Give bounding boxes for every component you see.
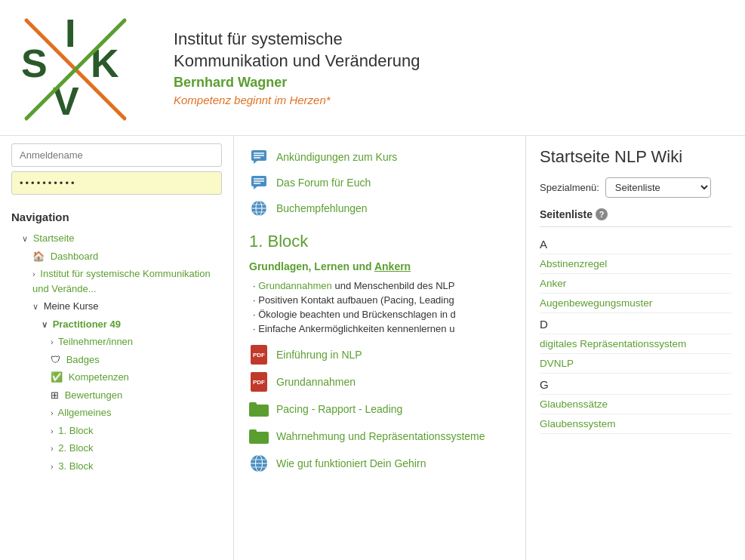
arrow-icon: ›: [51, 462, 54, 471]
nav-link-bewertungen[interactable]: Bewertungen: [65, 389, 123, 401]
forum-link-buch[interactable]: Buchempfehlungen: [276, 202, 368, 214]
logo-svg: S I K V: [15, 9, 136, 126]
nav-item-block1[interactable]: › 1. Block: [11, 422, 222, 440]
forum-icon: [249, 147, 269, 167]
resource-item-gehirn: Wie gut funktioniert Dein Gehirn: [249, 454, 510, 473]
center-content: Ankündigungen zum Kurs Das Forum für Euc…: [234, 136, 526, 560]
nav-item-kompetenzen[interactable]: ✅ Kompetenzen: [11, 368, 222, 386]
resource-item-einfuehrung: PDF Einführung in NLP: [249, 345, 510, 365]
nav-link-institut[interactable]: Institut für systemische Kommunikation u…: [32, 268, 211, 294]
wiki-panel: Startseite NLP Wiki Spezialmenü: Seitenl…: [526, 136, 745, 560]
login-area: [0, 143, 233, 207]
folder-icon: [249, 426, 269, 446]
sidebar: Navigation ∨ Startseite 🏠 Dashboard › In…: [0, 136, 234, 560]
wiki-link-glaubenssystem[interactable]: Glaubenssystem: [540, 414, 731, 434]
ankern-link[interactable]: Ankern: [374, 260, 411, 272]
nav-link-allgemeines[interactable]: Allgemeines: [58, 407, 112, 418]
header: S I K V Institut für systemische Kommuni…: [0, 0, 745, 136]
svg-marker-7: [254, 161, 257, 164]
nav-item-teilnehmer[interactable]: › Teilnehmer/innen: [11, 333, 222, 351]
nav-item-bewertungen[interactable]: ⊞ Bewertungen: [11, 386, 222, 405]
kompetenzen-icon: ✅: [51, 371, 63, 383]
nav-item-dashboard[interactable]: 🏠 Dashboard: [11, 248, 222, 266]
pdf-icon: PDF: [249, 345, 269, 365]
meine-kurse-label: Meine Kurse: [44, 300, 99, 312]
arrow-icon: ›: [51, 426, 54, 435]
badges-icon: 🛡: [51, 354, 60, 365]
arrow-icon: ∨: [22, 234, 28, 243]
folder-icon: [249, 399, 269, 419]
spezial-select[interactable]: Seitenliste: [605, 177, 711, 198]
forum-link-forum[interactable]: Das Forum für Euch: [276, 177, 371, 189]
globe-icon: [249, 198, 269, 218]
wiki-link-digitales-rep[interactable]: digitales Repräsentationssystem: [540, 334, 731, 354]
forum-link-ankuendigungen[interactable]: Ankündigungen zum Kurs: [276, 151, 397, 163]
nav-item-meine-kurse: ∨ Meine Kurse: [11, 297, 222, 315]
arrow-icon: ›: [32, 269, 35, 278]
wiki-letter-d: D: [540, 313, 731, 334]
block1-subtitle: Grundlagen, Lernen und Ankern: [249, 260, 510, 272]
svg-text:S: S: [21, 42, 48, 85]
forum-link-item: Ankündigungen zum Kurs: [249, 147, 510, 167]
wiki-letter-a: A: [540, 233, 731, 254]
wiki-spezial: Spezialmenü: Seitenliste: [540, 177, 731, 198]
resource-item-grundannahmen: PDF Grundannahmen: [249, 372, 510, 392]
arrow-icon: ∨: [32, 302, 38, 311]
forum-links: Ankündigungen zum Kurs Das Forum für Euc…: [249, 147, 510, 218]
grundannahmen-link[interactable]: Grundannahmen: [258, 280, 332, 291]
resource-link-gehirn[interactable]: Wie gut funktioniert Dein Gehirn: [276, 457, 426, 469]
wiki-title: Startseite NLP Wiki: [540, 147, 731, 167]
block-item: · Einfache Ankermöglichkeiten kennenlern…: [249, 323, 510, 334]
help-icon: ?: [596, 208, 608, 220]
wiki-link-dvnlp[interactable]: DVNLP: [540, 354, 731, 374]
username-input[interactable]: [11, 143, 222, 167]
svg-rect-27: [249, 432, 269, 444]
wiki-link-augenbewegungsmuster[interactable]: Augenbewegungsmuster: [540, 294, 731, 313]
resource-list: PDF Einführung in NLP PDF Grundannahmen …: [249, 345, 510, 473]
main-layout: Navigation ∨ Startseite 🏠 Dashboard › In…: [0, 136, 745, 560]
dashboard-icon: 🏠: [32, 251, 45, 262]
nav-link-block1[interactable]: 1. Block: [58, 425, 93, 436]
svg-rect-26: [249, 402, 257, 406]
spezial-label: Spezialmenü:: [540, 182, 599, 193]
nav-item-block3[interactable]: › 3. Block: [11, 457, 222, 475]
forum-link-item: Das Forum für Euch: [249, 173, 510, 192]
arrow-icon: ∨: [42, 320, 48, 329]
nav-link-kompetenzen[interactable]: Kompetenzen: [69, 371, 129, 383]
nav-item-badges[interactable]: 🛡 Badges: [11, 351, 222, 369]
svg-text:I: I: [65, 11, 75, 55]
svg-marker-12: [254, 186, 257, 189]
resource-link-einfuehrung[interactable]: Einführung in NLP: [276, 349, 362, 361]
resource-link-grundannahmen[interactable]: Grundannahmen: [276, 376, 356, 388]
wiki-link-glaubenssaetze[interactable]: Glaubenssätze: [540, 395, 731, 414]
wiki-link-anker[interactable]: Anker: [540, 274, 731, 294]
nav-item-startseite[interactable]: ∨ Startseite: [11, 229, 222, 248]
nav-link-block2[interactable]: 2. Block: [58, 442, 93, 454]
arrow-icon: ›: [51, 444, 54, 453]
nav-link-block3[interactable]: 3. Block: [58, 460, 93, 472]
nav-item-allgemeines[interactable]: › Allgemeines: [11, 404, 222, 422]
nav-item-institut[interactable]: › Institut für systemische Kommunikation…: [11, 265, 222, 297]
author-name: Bernhard Wagner: [174, 75, 420, 91]
block1-title: 1. Block: [249, 232, 510, 251]
nav-item-block2[interactable]: › 2. Block: [11, 439, 222, 457]
nav-link-startseite[interactable]: Startseite: [33, 232, 75, 244]
svg-rect-28: [249, 429, 257, 433]
arrow-icon: ›: [51, 408, 54, 417]
wiki-link-abstinenzregel[interactable]: Abstinenzregel: [540, 254, 731, 274]
block-items: · Grundannahmen und Menschenbild des NLP…: [249, 280, 510, 334]
resource-link-wahrnehmung[interactable]: Wahrnehmung und Repräsentationssysteme: [276, 430, 485, 442]
logo-area: S I K V: [15, 9, 166, 126]
password-input[interactable]: [11, 171, 222, 195]
nav-link-practitioner49[interactable]: Practitioner 49: [53, 318, 121, 330]
nav-link-dashboard[interactable]: Dashboard: [51, 251, 99, 262]
institute-name: Institut für systemische Kommunikation u…: [174, 29, 420, 72]
svg-text:PDF: PDF: [253, 379, 265, 386]
nav-link-badges[interactable]: Badges: [66, 354, 100, 365]
block-item: · Grundannahmen und Menschenbild des NLP: [249, 280, 510, 291]
nav-item-practitioner49[interactable]: ∨ Practitioner 49: [11, 315, 222, 334]
wiki-letter-g: G: [540, 374, 731, 395]
resource-link-pacing[interactable]: Pacing - Rapport - Leading: [276, 403, 402, 415]
tagline: Kompetenz beginnt im Herzen*: [174, 94, 420, 106]
nav-link-teilnehmer[interactable]: Teilnehmer/innen: [58, 336, 133, 347]
